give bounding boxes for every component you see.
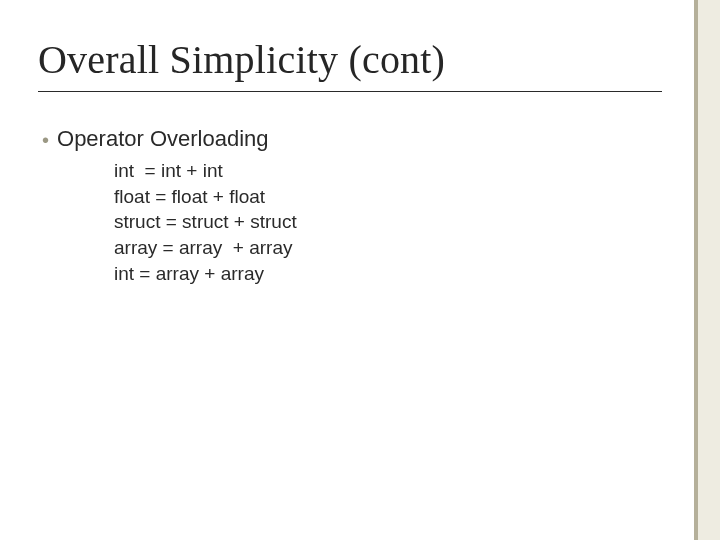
- slide-body: Overall Simplicity (cont) • Operator Ove…: [0, 0, 720, 540]
- example-line: array = array + array: [114, 235, 662, 261]
- example-line: float = float + float: [114, 184, 662, 210]
- bullet-marker: •: [42, 130, 49, 150]
- page-title: Overall Simplicity (cont): [38, 36, 662, 92]
- example-block: int = int + int float = float + float st…: [114, 158, 662, 286]
- bullet-text: Operator Overloading: [57, 126, 269, 152]
- example-line: struct = struct + struct: [114, 209, 662, 235]
- example-line: int = int + int: [114, 158, 662, 184]
- bullet-item: • Operator Overloading: [42, 126, 662, 152]
- example-line: int = array + array: [114, 261, 662, 287]
